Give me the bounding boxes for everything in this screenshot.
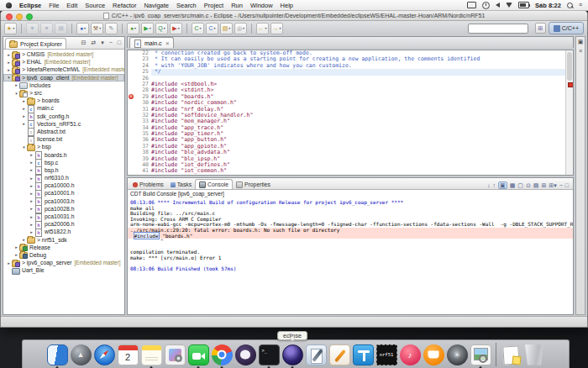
code-text[interactable]: #include "app_gpiote.h": [151, 144, 565, 150]
code-text[interactable]: * It can easily be used as a starting po…: [151, 56, 565, 62]
apple-logo-icon[interactable]: [6, 3, 12, 8]
expand-arrow-icon[interactable]: ▸: [29, 160, 34, 165]
tree-item-bsp[interactable]: ▾> bsp: [3, 143, 124, 150]
expand-arrow-icon[interactable]: ▸: [6, 52, 12, 57]
close-tab-icon[interactable]: ✕: [165, 40, 170, 46]
expand-arrow-icon[interactable]: ▸: [21, 106, 27, 111]
view-menu-icon[interactable]: ▾: [101, 39, 104, 46]
preview-icon[interactable]: [470, 344, 491, 365]
run-icon[interactable]: ▶▾: [141, 23, 154, 34]
tab-properties[interactable]: Properties: [233, 180, 274, 189]
overview-ruler[interactable]: [565, 50, 573, 175]
editor-scrollbar[interactable]: [567, 52, 572, 81]
expand-arrow-icon[interactable]: ▸: [6, 60, 12, 65]
tree-item-sdk-config-h[interactable]: ▸sdk_config.h: [3, 113, 124, 120]
expand-arrow-icon[interactable]: ▸: [21, 237, 27, 242]
tab-problems[interactable]: Problems: [129, 180, 167, 189]
console-output[interactable]: 08:13:06 **** Incremental Build of confi…: [128, 198, 573, 314]
menu-run[interactable]: Run: [231, 2, 243, 9]
menu-help[interactable]: Help: [281, 2, 293, 9]
wifi-icon[interactable]: [506, 3, 512, 8]
restore-view-icon[interactable]: ▣: [578, 39, 584, 45]
tree-item-pca10000-h[interactable]: ▸pca10000.h: [3, 181, 124, 189]
open-perspective-icon[interactable]: ⊞: [535, 23, 546, 34]
expand-arrow-icon[interactable]: ▸: [29, 198, 34, 203]
tree-item-uart-ble[interactable]: Uart_Ble: [3, 266, 124, 274]
external-tools-icon[interactable]: ▶▾: [170, 23, 182, 34]
itunes-icon[interactable]: ♪: [400, 344, 421, 365]
spotlight-icon[interactable]: [567, 3, 573, 8]
code-line-26[interactable]: 26: [128, 76, 565, 81]
facetime-icon[interactable]: [188, 344, 209, 365]
link-with-editor-icon[interactable]: ⇄: [91, 39, 96, 46]
finder-icon[interactable]: [47, 344, 68, 365]
code-text[interactable]: #include "ble_advdata.h": [151, 150, 565, 155]
terminal-icon[interactable]: >_: [259, 344, 280, 365]
tab-tasks[interactable]: Tasks: [167, 180, 195, 189]
code-line-22[interactable]: 22 * connection created go back to syste…: [128, 50, 565, 56]
menubar-clock[interactable]: Sáb 8:22: [535, 2, 561, 9]
code-text[interactable]: */: [151, 69, 565, 75]
expand-arrow-icon[interactable]: ▸: [29, 191, 34, 196]
keynote-icon[interactable]: [353, 344, 374, 365]
tree-item-license-txt[interactable]: license.txt: [3, 135, 124, 143]
expand-arrow-icon[interactable]: ▸: [13, 244, 19, 250]
tree-item-boards[interactable]: ▸> boards: [3, 97, 124, 104]
system-preferences-icon[interactable]: ☀: [447, 344, 468, 365]
battery-icon[interactable]: [518, 2, 529, 8]
code-text[interactable]: #include "nrf_delay.h": [151, 107, 565, 113]
nrf51-icon[interactable]: nrf51: [376, 344, 397, 365]
tree-item-release[interactable]: ▸Release: [3, 244, 124, 251]
menu-edit[interactable]: Edit: [66, 2, 77, 9]
tree-item-abstract-txt[interactable]: Abstract.txt: [3, 128, 124, 135]
error-icon[interactable]: [129, 94, 134, 99]
menu-source[interactable]: Source: [85, 2, 105, 9]
menu-navigate[interactable]: Navigate: [144, 2, 169, 9]
scroll-lock-icon[interactable]: ⊙: [526, 182, 531, 188]
chrome-icon[interactable]: [212, 344, 233, 365]
debug-icon[interactable]: ●▾: [127, 23, 139, 34]
code-text[interactable]: #include "iot_common.h": [151, 168, 565, 174]
pages-icon[interactable]: [329, 344, 350, 365]
new-wizard-icon[interactable]: ★▾: [4, 23, 17, 34]
collapse-all-icon[interactable]: ⊟: [81, 39, 86, 46]
code-line-36[interactable]: 36#include "app_button.h": [128, 137, 565, 143]
code-text[interactable]: * connection created go back to system-o…: [151, 50, 565, 56]
tab-main-c[interactable]: main.c ✕: [129, 37, 174, 48]
code-text[interactable]: #include <stdint.h>: [151, 87, 565, 93]
expand-arrow-icon[interactable]: ▸: [6, 67, 12, 72]
tree-item-debug[interactable]: ▸Debug: [3, 251, 124, 259]
debug-attach-icon[interactable]: ●▾: [76, 23, 89, 34]
ibooks-icon[interactable]: [423, 344, 444, 365]
menu-project[interactable]: Project: [204, 2, 223, 9]
code-line-27[interactable]: 27#include <stdbool.h>: [128, 81, 565, 87]
expand-arrow-icon[interactable]: ▾: [21, 145, 27, 150]
code-text[interactable]: #include "boards.h": [151, 94, 565, 100]
tree-item-pca10003-h[interactable]: ▸pca10003.h: [3, 197, 124, 205]
expand-arrow-icon[interactable]: ▸: [29, 176, 34, 181]
previous-error-icon[interactable]: ↑: [493, 182, 496, 188]
code-line-40[interactable]: 40#include "iot_defines.h": [128, 162, 565, 168]
display-icon[interactable]: [467, 2, 476, 8]
app-store-icon[interactable]: [165, 344, 186, 365]
github-icon[interactable]: [235, 344, 256, 365]
code-line-23[interactable]: 23 * It can easily be used as a starting…: [128, 56, 565, 62]
tree-item-boards-h[interactable]: ▸boards.h: [3, 150, 124, 158]
minimize-console-icon[interactable]: −: [559, 182, 563, 188]
launchpad-icon[interactable]: ▲: [71, 344, 92, 365]
clear-console-icon[interactable]: ▦: [510, 182, 516, 188]
word-wrap-icon[interactable]: ▤: [533, 182, 539, 188]
maximize-icon[interactable]: □: [118, 39, 121, 46]
tab-project-explorer[interactable]: Project Explorer: [5, 38, 66, 49]
new-file-icon[interactable]: C▾: [206, 23, 218, 34]
code-line-35[interactable]: 35#include "app_timer.h": [128, 131, 565, 137]
tree-item-pca10001-h[interactable]: ▸pca10001.h: [3, 189, 124, 197]
build-icon[interactable]: ⚒▾: [91, 23, 103, 34]
zoom-window-button[interactable]: [26, 13, 33, 20]
back-icon[interactable]: ←▾: [256, 23, 269, 34]
code-line-25[interactable]: 25 */: [128, 69, 565, 75]
menu-app-name[interactable]: Eclipse: [19, 2, 41, 9]
code-line-41[interactable]: 41#include "iot_common.h": [128, 168, 565, 174]
code-line-24[interactable]: 24 * with 'YOUR_JOB' indicates where and…: [128, 63, 565, 69]
show-console-on-output-icon[interactable]: ▣: [498, 181, 507, 189]
